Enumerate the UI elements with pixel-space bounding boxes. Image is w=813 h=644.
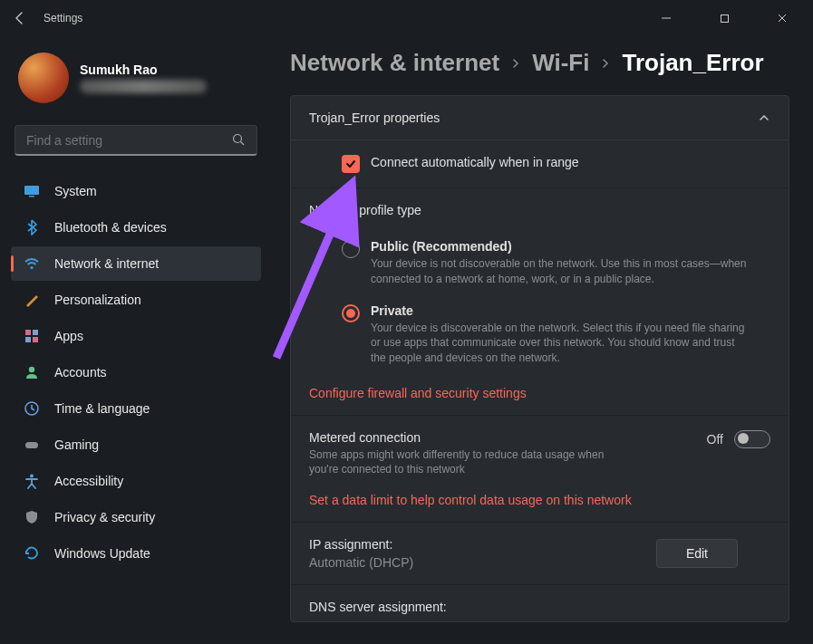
breadcrumb-item[interactable]: Wi-Fi	[532, 49, 589, 77]
dns-label: DNS server assignment:	[309, 600, 447, 614]
radio-button[interactable]	[342, 240, 360, 258]
connect-auto-label: Connect automatically when in range	[371, 155, 579, 169]
minimize-button[interactable]	[646, 5, 686, 32]
sidebar-item-network[interactable]: Network & internet	[11, 246, 261, 281]
breadcrumb: Network & internetWi-FiTrojan_Error	[290, 49, 789, 77]
ip-edit-button[interactable]: Edit	[656, 539, 738, 568]
close-button[interactable]	[762, 5, 802, 32]
svg-point-2	[234, 135, 242, 143]
gamepad-icon	[24, 437, 40, 453]
svg-point-6	[30, 266, 33, 269]
main-content: Network & internetWi-FiTrojan_Error Troj…	[272, 36, 813, 644]
sidebar-item-label: Privacy & security	[54, 510, 155, 524]
ip-value: Automatic (DHCP)	[309, 555, 413, 570]
metered-desc: Some apps might work differently to redu…	[309, 447, 608, 476]
radio-desc: Your device is not discoverable on the n…	[371, 256, 751, 287]
profile-type-title: Network profile type	[309, 203, 770, 217]
sidebar-item-privacy[interactable]: Privacy & security	[11, 500, 261, 534]
breadcrumb-item[interactable]: Network & internet	[290, 49, 499, 77]
svg-rect-4	[24, 186, 39, 195]
expander-title: Trojan_Error properties	[309, 111, 440, 125]
titlebar: Settings	[0, 0, 813, 36]
wifi-icon	[24, 255, 40, 272]
svg-point-11	[29, 367, 34, 372]
svg-rect-8	[33, 330, 38, 335]
sidebar-item-label: Time & language	[54, 401, 150, 416]
firewall-link[interactable]: Configure firewall and security settings	[309, 386, 770, 400]
svg-rect-7	[25, 330, 31, 335]
connect-auto-checkbox[interactable]	[342, 155, 360, 173]
ip-label: IP assignment:	[309, 537, 413, 552]
expander-header[interactable]: Trojan_Error properties	[291, 96, 789, 139]
svg-rect-9	[25, 337, 31, 342]
svg-rect-5	[29, 196, 34, 197]
sidebar-item-label: System	[54, 184, 97, 198]
profile-name: Sumukh Rao	[80, 62, 207, 77]
sidebar-item-label: Gaming	[54, 437, 99, 452]
avatar	[18, 53, 69, 103]
search-icon	[232, 133, 246, 147]
profile-email-blurred	[80, 80, 207, 93]
maximize-button[interactable]	[704, 5, 744, 32]
svg-rect-13	[25, 442, 38, 448]
person-icon	[24, 364, 40, 380]
sidebar-item-label: Accessibility	[54, 474, 123, 488]
sidebar-item-personalization[interactable]: Personalization	[11, 283, 261, 317]
chevron-right-icon	[510, 58, 521, 69]
radio-private[interactable]: PrivateYour device is discoverable on th…	[342, 300, 770, 370]
properties-panel: Trojan_Error properties Connect automati…	[290, 95, 789, 622]
data-limit-link[interactable]: Set a data limit to help control data us…	[309, 493, 770, 507]
metered-toggle[interactable]	[734, 430, 770, 448]
nav-list: SystemBluetooth & devicesNetwork & inter…	[11, 174, 261, 571]
update-icon	[24, 545, 40, 562]
sidebar-item-accounts[interactable]: Accounts	[11, 355, 261, 389]
back-button[interactable]	[11, 9, 29, 27]
accessibility-icon	[24, 473, 40, 489]
search-input[interactable]	[26, 133, 232, 148]
svg-point-14	[30, 475, 34, 478]
svg-rect-10	[33, 337, 38, 342]
chevron-right-icon	[600, 58, 611, 69]
shield-icon	[24, 509, 40, 525]
sidebar-item-update[interactable]: Windows Update	[11, 536, 261, 571]
sidebar-item-bluetooth[interactable]: Bluetooth & devices	[11, 210, 261, 245]
sidebar-item-label: Accounts	[54, 365, 107, 380]
profile-block[interactable]: Sumukh Rao	[11, 45, 261, 118]
sidebar-item-label: Network & internet	[54, 256, 159, 271]
sidebar-item-accessibility[interactable]: Accessibility	[11, 464, 261, 498]
radio-label: Private	[371, 303, 751, 318]
sidebar-item-apps[interactable]: Apps	[11, 319, 261, 353]
sidebar-item-gaming[interactable]: Gaming	[11, 428, 261, 462]
metered-section: Metered connection Some apps might work …	[291, 416, 789, 523]
app-title: Settings	[44, 12, 82, 24]
sidebar-item-time[interactable]: Time & language	[11, 391, 261, 426]
profile-type-section: Network profile type Public (Recommended…	[291, 188, 789, 416]
clock-icon	[24, 400, 40, 417]
sidebar-item-label: Windows Update	[54, 546, 150, 561]
monitor-icon	[24, 183, 40, 199]
chevron-up-icon	[758, 111, 770, 124]
breadcrumb-item: Trojan_Error	[622, 49, 763, 77]
brush-icon	[24, 292, 40, 308]
radio-button[interactable]	[342, 304, 360, 322]
metered-toggle-state: Off	[707, 432, 723, 447]
metered-title: Metered connection	[309, 430, 608, 445]
radio-public[interactable]: Public (Recommended)Your device is not d…	[342, 235, 770, 291]
sidebar-item-system[interactable]: System	[11, 174, 261, 208]
apps-icon	[24, 328, 40, 344]
sidebar-item-label: Bluetooth & devices	[54, 220, 167, 235]
bluetooth-icon	[24, 219, 40, 235]
connect-auto-row[interactable]: Connect automatically when in range	[291, 140, 789, 188]
radio-desc: Your device is discoverable on the netwo…	[371, 321, 751, 366]
svg-rect-1	[721, 14, 728, 22]
sidebar-item-label: Personalization	[54, 293, 141, 307]
svg-line-3	[241, 142, 245, 146]
sidebar-item-label: Apps	[54, 329, 83, 343]
ip-section: IP assignment: Automatic (DHCP) Edit	[291, 523, 789, 585]
dns-section: DNS server assignment:	[291, 585, 789, 621]
radio-label: Public (Recommended)	[371, 239, 751, 254]
search-box[interactable]	[15, 125, 257, 156]
sidebar: Sumukh Rao SystemBluetooth & devicesNetw…	[0, 36, 272, 644]
